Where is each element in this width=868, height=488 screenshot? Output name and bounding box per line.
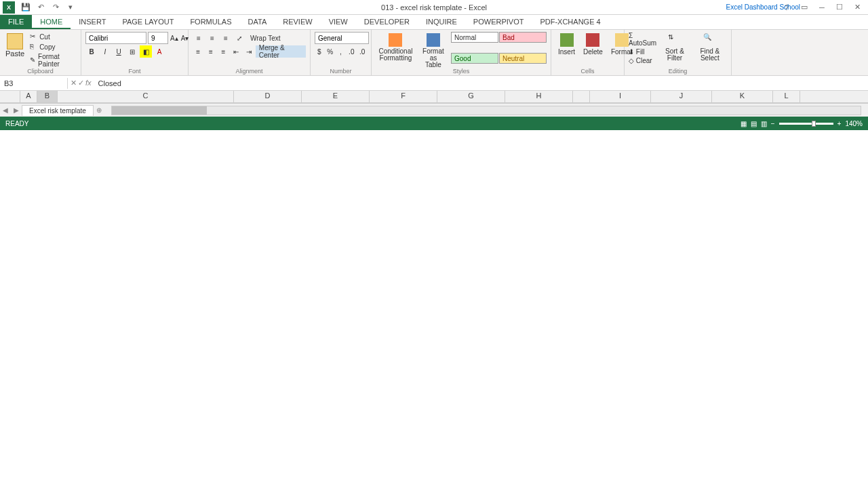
cancel-formula-icon[interactable]: ✕	[71, 79, 77, 87]
col-header-G[interactable]: G	[437, 91, 505, 102]
ribbon-tab-file[interactable]: FILE	[0, 15, 32, 29]
ribbon-tab-formulas[interactable]: FORMULAS	[182, 15, 239, 29]
ribbon-tab-developer[interactable]: DEVELOPER	[356, 15, 418, 29]
conditional-formatting-button[interactable]: Conditional Formatting	[376, 32, 416, 73]
redo-icon[interactable]: ↷	[50, 2, 61, 13]
tab-nav-next-icon[interactable]: ▶	[11, 106, 22, 114]
col-header-corner[interactable]	[573, 91, 590, 102]
qat-more-icon[interactable]: ▾	[65, 2, 76, 13]
font-name-select[interactable]	[85, 32, 146, 44]
clear-button[interactable]: ◇ Clear	[629, 57, 656, 64]
ribbon-tab-home[interactable]: HOME	[32, 15, 71, 29]
name-box[interactable]: B3	[0, 78, 68, 89]
undo-icon[interactable]: ↶	[35, 2, 46, 13]
horizontal-scrollbar[interactable]	[111, 106, 861, 115]
accounting-icon[interactable]: $	[315, 45, 324, 58]
fx-icon[interactable]: fx	[85, 79, 92, 87]
ribbon-tab-insert[interactable]: INSERT	[71, 15, 114, 29]
fill-button[interactable]: ⬇ Fill	[629, 48, 656, 56]
zoom-out-icon[interactable]: −	[771, 120, 775, 127]
title-bar: X 💾 ↶ ↷ ▾ 013 - excel risk template - Ex…	[0, 0, 868, 15]
merge-center-button[interactable]: Merge & Center	[256, 45, 306, 58]
scroll-thumb[interactable]	[112, 106, 207, 115]
col-header-corner[interactable]	[0, 91, 20, 102]
cell-style-normal[interactable]: Normal	[451, 32, 498, 43]
col-header-K[interactable]: K	[712, 91, 773, 102]
col-header-A[interactable]: A	[20, 91, 37, 102]
table-icon	[427, 33, 440, 47]
align-bot-icon[interactable]: ≡	[220, 32, 232, 44]
zoom-level[interactable]: 140%	[845, 120, 863, 127]
copy-button[interactable]: ⎘Copy	[28, 42, 77, 52]
view-layout-icon[interactable]: ▤	[751, 120, 757, 127]
sheet-tab[interactable]: Excel risk template	[22, 105, 94, 116]
col-header-H[interactable]: H	[505, 91, 573, 102]
view-normal-icon[interactable]: ▦	[741, 120, 747, 127]
col-header-B[interactable]: B	[37, 91, 58, 102]
format-table-button[interactable]: Format as Table	[418, 32, 448, 73]
align-mid-icon[interactable]: ≡	[206, 32, 218, 44]
close-icon[interactable]: ✕	[849, 1, 865, 14]
align-right-icon[interactable]: ≡	[218, 45, 229, 58]
find-select-button[interactable]: 🔍Find & Select	[693, 32, 727, 73]
comma-icon[interactable]: ,	[336, 45, 346, 58]
align-left-icon[interactable]: ≡	[193, 45, 204, 58]
font-color-button[interactable]: A	[153, 45, 165, 58]
zoom-thumb[interactable]	[812, 121, 816, 127]
bold-button[interactable]: B	[85, 45, 98, 58]
fill-color-button[interactable]: ◧	[140, 45, 152, 58]
col-header-F[interactable]: F	[370, 91, 437, 102]
save-icon[interactable]: 💾	[20, 2, 31, 13]
indent-dec-icon[interactable]: ⇤	[231, 45, 242, 58]
align-top-icon[interactable]: ≡	[193, 32, 205, 44]
ribbon-tab-review[interactable]: REVIEW	[275, 15, 320, 29]
cell-style-good[interactable]: Good	[451, 53, 498, 64]
cut-button[interactable]: ✂Cut	[28, 32, 77, 41]
underline-button[interactable]: U	[113, 45, 125, 58]
border-button[interactable]: ⊞	[126, 45, 138, 58]
minimize-icon[interactable]: ─	[814, 1, 830, 14]
dec-decimal-icon[interactable]: .0	[357, 45, 367, 58]
new-sheet-icon[interactable]: ⊕	[94, 106, 104, 114]
align-ctr-icon[interactable]: ≡	[205, 45, 217, 58]
percent-icon[interactable]: %	[326, 45, 335, 58]
col-header-C[interactable]: C	[58, 91, 234, 102]
view-break-icon[interactable]: ▥	[761, 120, 767, 127]
indent-inc-icon[interactable]: ⇥	[243, 45, 254, 58]
format-painter-button[interactable]: ✎Format Painter	[28, 52, 77, 68]
zoom-slider[interactable]	[779, 123, 833, 125]
cell-style-neutral[interactable]: Neutral	[499, 53, 547, 64]
col-header-J[interactable]: J	[651, 91, 712, 102]
insert-cells-button[interactable]: Insert	[555, 32, 578, 73]
ribbon-tab-inquire[interactable]: INQUIRE	[418, 15, 465, 29]
font-size-select[interactable]	[148, 32, 168, 44]
formula-bar[interactable]: Closed	[94, 78, 868, 89]
ribbon-tab-powerpivot[interactable]: POWERPIVOT	[465, 15, 532, 29]
italic-button[interactable]: I	[99, 45, 111, 58]
col-header-L[interactable]: L	[773, 91, 800, 102]
maximize-icon[interactable]: ☐	[831, 1, 848, 14]
orientation-icon[interactable]: ⤢	[233, 32, 245, 44]
paste-button[interactable]: Paste	[4, 32, 26, 73]
number-format-select[interactable]	[315, 32, 369, 44]
ribbon-tab-view[interactable]: VIEW	[321, 15, 356, 29]
col-header-E[interactable]: E	[302, 91, 370, 102]
col-header-I[interactable]: I	[590, 91, 651, 102]
ribbon-tab-pdf-xchange-4[interactable]: PDF-XChange 4	[532, 15, 608, 29]
increase-font-icon[interactable]: A▴	[170, 32, 179, 44]
col-header-D[interactable]: D	[234, 91, 302, 102]
ribbon-tab-page-layout[interactable]: PAGE LAYOUT	[114, 15, 182, 29]
zoom-in-icon[interactable]: +	[837, 120, 842, 127]
cell-style-bad[interactable]: Bad	[499, 32, 547, 43]
excel-icon: X	[3, 1, 15, 14]
ribbon-tab-data[interactable]: DATA	[240, 15, 275, 29]
sort-filter-button[interactable]: ⇅Sort & Filter	[659, 32, 690, 73]
autosum-button[interactable]: Σ AutoSum	[629, 32, 656, 47]
enter-formula-icon[interactable]: ✓	[78, 79, 84, 87]
tab-nav-prev-icon[interactable]: ◀	[0, 106, 11, 114]
account-name[interactable]: Excel Dashboard School	[726, 3, 800, 11]
delete-cells-button[interactable]: Delete	[580, 32, 606, 73]
editing-label: Editing	[625, 68, 731, 75]
wrap-text-button[interactable]: Wrap Text	[247, 32, 284, 44]
inc-decimal-icon[interactable]: .0	[347, 45, 356, 58]
